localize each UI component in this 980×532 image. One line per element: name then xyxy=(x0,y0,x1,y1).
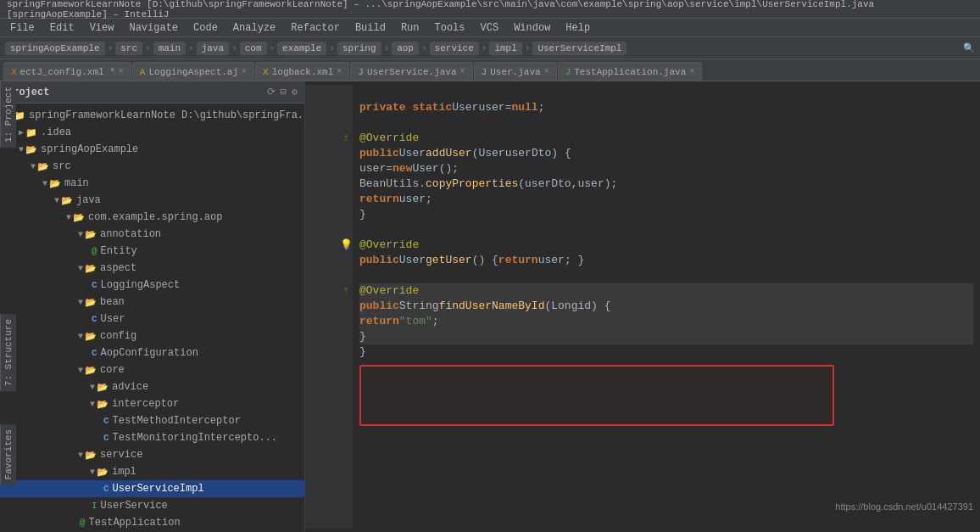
code-token: addUser xyxy=(426,146,472,161)
tree-item[interactable]: CTestMonitoringIntercepto... xyxy=(0,429,304,446)
code-line: public User addUser(User userDto) { xyxy=(359,146,973,161)
tree-item[interactable]: ▼ 📂bean xyxy=(0,294,304,311)
tab-ectJ_config_xml[interactable]: XectJ_config.xml *× xyxy=(3,62,131,81)
tree-item[interactable]: ▼ 📂impl xyxy=(0,463,304,480)
search-icon[interactable]: 🔍 xyxy=(963,42,975,53)
tree-item[interactable]: ▼ 📂main xyxy=(0,175,304,192)
line-number xyxy=(305,329,334,344)
tab-icon: X xyxy=(11,67,17,77)
tree-item[interactable]: ▼ 📂annotation xyxy=(0,226,304,243)
tab-close[interactable]: × xyxy=(337,67,342,76)
nav-item-aop[interactable]: aop xyxy=(392,42,419,55)
nav-item-java[interactable]: java xyxy=(197,42,229,55)
tree-item[interactable]: ▼ 📂config xyxy=(0,328,304,344)
tab-bar[interactable]: XectJ_config.xml *×ALoggingAspect.aj×Xlo… xyxy=(0,59,980,81)
menu-item-analyze[interactable]: Analyze xyxy=(226,20,282,36)
code-token: "tom" xyxy=(399,314,432,329)
nav-item-impl[interactable]: impl xyxy=(489,42,521,55)
nav-item-example[interactable]: example xyxy=(277,42,326,55)
menu-item-window[interactable]: Window xyxy=(507,20,557,36)
title-text: springFrameworkLearnNote [D:\github\spri… xyxy=(7,0,973,20)
tab-close[interactable]: × xyxy=(689,67,694,76)
code-token: BeanUtils xyxy=(359,176,419,192)
tree-label: src xyxy=(53,160,71,172)
tab-UserService_java[interactable]: JUserService.java× xyxy=(350,62,472,81)
menu-item-edit[interactable]: Edit xyxy=(43,20,81,36)
tab-LoggingAspect_aj[interactable]: ALoggingAspect.aj× xyxy=(132,62,254,81)
tree-item[interactable]: ▼ 📂com.example.spring.aop xyxy=(0,209,304,226)
code-token: User xyxy=(399,146,426,161)
tab-close[interactable]: × xyxy=(242,67,247,76)
tree-item[interactable]: CUserServiceImpl xyxy=(0,480,304,497)
menu-item-view[interactable]: View xyxy=(83,20,121,36)
tree-item[interactable]: ▼ 📂springAopExample xyxy=(0,141,304,158)
nav-item-src[interactable]: src xyxy=(115,42,142,55)
tree-item[interactable]: ▼ 📂core xyxy=(0,361,304,378)
tree-item[interactable]: IUserService xyxy=(0,497,304,514)
code-token: copyProperties xyxy=(426,176,518,192)
tree-item[interactable]: ▼ 📂aspect xyxy=(0,260,304,277)
menu-item-help[interactable]: Help xyxy=(559,20,597,36)
tree-arrow-icon: ▼ xyxy=(90,468,95,477)
menu-item-tools[interactable]: Tools xyxy=(428,20,472,36)
menu-item-run[interactable]: Run xyxy=(394,20,426,36)
line-number xyxy=(305,238,334,253)
code-token: } xyxy=(359,207,366,222)
line-number xyxy=(305,85,334,100)
tree-item[interactable]: CAopConfiguration xyxy=(0,344,304,361)
tab-close[interactable]: × xyxy=(460,67,465,76)
file-tree[interactable]: ▼ 📁springFrameworkLearnNote D:\github\sp… xyxy=(0,104,304,532)
menu-item-navigate[interactable]: Navigate xyxy=(122,20,185,36)
nav-item-spring[interactable]: spring xyxy=(337,42,381,55)
tree-item[interactable]: ▼ 📂interceptor xyxy=(0,395,304,412)
code-line: @Override xyxy=(359,131,973,146)
nav-item-springAopExample[interactable]: springAopExample xyxy=(5,42,105,55)
tree-item[interactable]: ▼ 📂src xyxy=(0,158,304,175)
tree-item[interactable]: @Entity xyxy=(0,243,304,260)
bulb-icon: 💡 xyxy=(340,239,353,251)
tree-item[interactable]: ▼ 📂advice xyxy=(0,378,304,395)
sync-icon[interactable]: ⟳ xyxy=(267,86,276,98)
code-token: user xyxy=(538,253,565,268)
line-number xyxy=(305,222,334,238)
tree-item[interactable]: ▼ 📂java xyxy=(0,192,304,209)
tab-icon: J xyxy=(482,67,487,77)
code-token: ) { xyxy=(551,146,571,161)
tab-User_java[interactable]: JUser.java× xyxy=(474,62,557,81)
v-tab-favorites[interactable]: Favorites xyxy=(0,424,16,484)
menu-item-refactor[interactable]: Refactor xyxy=(284,20,347,36)
tree-item[interactable]: CTestMethodInterceptor xyxy=(0,412,304,429)
nav-item-com[interactable]: com xyxy=(240,42,267,55)
tab-logback_xml[interactable]: Xlogback.xml× xyxy=(255,62,349,81)
code-token: ; xyxy=(426,192,432,207)
tree-item[interactable]: ▼ 📂service xyxy=(0,446,304,463)
nav-bar: springAopExample›src›main›java›com›examp… xyxy=(0,37,980,59)
menu-item-file[interactable]: File xyxy=(3,20,42,36)
tree-label: aspect xyxy=(100,262,136,274)
tree-item[interactable]: CLoggingAspect xyxy=(0,277,304,294)
tab-close[interactable]: × xyxy=(544,67,549,76)
tree-item[interactable]: ▼ 📁springFrameworkLearnNote D:\github\sp… xyxy=(0,107,304,124)
menu-item-build[interactable]: Build xyxy=(348,20,393,36)
tree-item[interactable]: ▶ 📁.idea xyxy=(0,124,304,141)
v-tab-project[interactable]: 1: Project xyxy=(0,81,16,148)
gutter-mark xyxy=(339,314,353,329)
code-line: } xyxy=(359,344,973,360)
menu-item-vcs[interactable]: VCS xyxy=(474,20,506,36)
nav-item-main[interactable]: main xyxy=(153,42,186,55)
tree-type-icon: @ xyxy=(92,246,97,256)
tree-type-icon: 📂 xyxy=(73,212,85,223)
gear-icon[interactable]: ⚙ xyxy=(292,86,298,98)
nav-item-UserServiceImpl[interactable]: UserServiceImpl xyxy=(532,42,626,55)
collapse-icon[interactable]: ⊟ xyxy=(281,86,287,98)
v-tab-structure[interactable]: 7: Structure xyxy=(0,314,16,391)
menu-item-code[interactable]: Code xyxy=(187,20,225,36)
nav-item-service[interactable]: service xyxy=(430,42,479,55)
tree-item[interactable]: @TestApplication xyxy=(0,514,304,531)
tree-item[interactable]: CUser xyxy=(0,311,304,328)
tab-close[interactable]: × xyxy=(119,67,124,76)
code-token: String xyxy=(399,299,439,314)
tree-label: .idea xyxy=(41,126,71,138)
tab-TestApplication_java[interactable]: JTestApplication.java× xyxy=(558,62,703,81)
tree-label: springAopExample xyxy=(41,143,138,155)
